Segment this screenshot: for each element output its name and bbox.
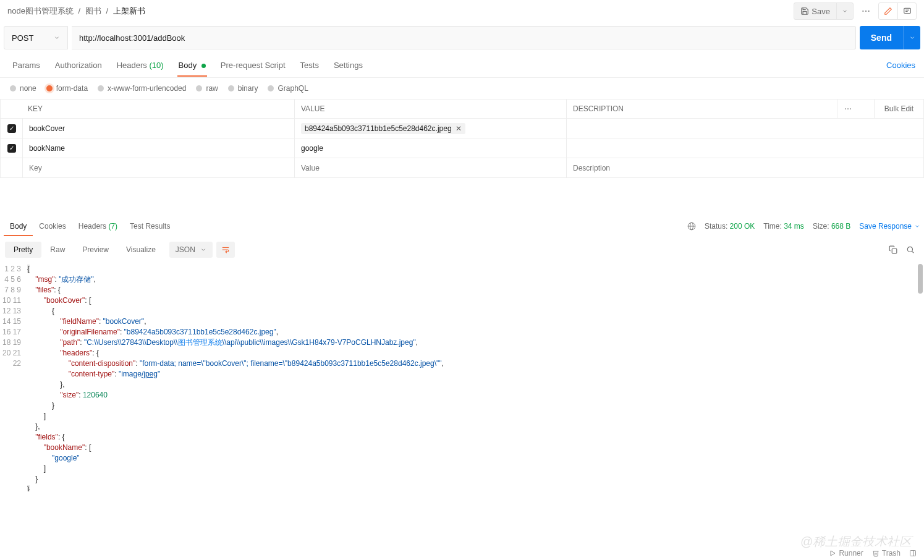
dots-icon (844, 104, 852, 113)
send-button[interactable]: Send (860, 26, 903, 49)
modified-dot-icon (201, 64, 206, 68)
body-type-formdata-label: form-data (56, 84, 88, 93)
copy-button[interactable] (884, 241, 902, 258)
row-key[interactable]: bookCover (29, 124, 65, 133)
comment-button[interactable] (897, 3, 916, 19)
row-value[interactable]: google (301, 144, 323, 153)
wrap-icon (221, 245, 230, 254)
body-type-none[interactable]: none (10, 84, 36, 93)
cookies-link[interactable]: Cookies (883, 61, 919, 70)
save-icon (800, 7, 809, 15)
body-type-binary-label: binary (238, 84, 258, 93)
more-actions-button[interactable] (857, 2, 875, 20)
search-icon (906, 245, 915, 254)
row-key[interactable]: bookName (29, 144, 65, 153)
resp-tab-cookies[interactable]: Cookies (33, 217, 72, 235)
url-input[interactable] (72, 26, 856, 49)
dots-icon (861, 6, 871, 16)
tab-headers-label: Headers (117, 61, 147, 70)
edit-button[interactable] (879, 3, 897, 19)
line-gutter: 1 2 3 4 5 6 7 8 9 10 11 12 13 14 15 16 1… (0, 263, 27, 491)
description-input[interactable] (573, 164, 917, 172)
chevron-down-icon (54, 35, 60, 41)
breadcrumb-current: 上架新书 (113, 6, 145, 15)
svg-point-1 (865, 11, 867, 12)
body-type-none-label: none (20, 84, 36, 93)
file-name: b89424a5b093c3711bb1e5c5e28d462c.jpeg (305, 124, 452, 133)
status-meta[interactable]: Status: 200 OK (705, 222, 755, 231)
bulk-edit-link[interactable]: Bulk Edit (875, 100, 924, 119)
col-actions[interactable] (837, 100, 875, 119)
svg-point-6 (845, 108, 846, 109)
table-row-empty (1, 158, 924, 178)
chevron-down-icon (200, 247, 206, 253)
svg-point-0 (862, 11, 863, 12)
tab-authorization[interactable]: Authorization (48, 54, 109, 76)
save-response-button[interactable]: Save Response (859, 222, 920, 231)
resp-tab-headers-label: Headers (78, 222, 106, 231)
row-checkbox[interactable]: ✓ (7, 124, 16, 133)
time-meta[interactable]: Time: 34 ms (763, 222, 804, 231)
table-row: ✓ bookName google (1, 138, 924, 158)
view-visualize[interactable]: Visualize (117, 242, 164, 258)
tab-body[interactable]: Body (171, 54, 213, 76)
tab-params[interactable]: Params (5, 54, 48, 76)
tab-headers[interactable]: Headers (10) (109, 54, 171, 76)
resp-tab-headers-count: (7) (108, 222, 117, 231)
svg-rect-13 (892, 248, 897, 253)
body-type-graphql[interactable]: GraphQL (268, 84, 308, 93)
chevron-down-icon (909, 35, 915, 41)
breadcrumb-mid[interactable]: 图书 (85, 6, 101, 15)
file-chip: b89424a5b093c3711bb1e5c5e28d462c.jpeg✕ (301, 123, 465, 134)
scrollbar[interactable] (918, 264, 923, 294)
pencil-icon (884, 7, 892, 15)
copy-icon (889, 245, 897, 254)
body-type-urlencoded-label: x-www-form-urlencoded (108, 84, 186, 93)
tab-headers-count: (10) (149, 61, 163, 70)
tab-tests[interactable]: Tests (293, 54, 326, 76)
save-button[interactable]: Save (794, 3, 837, 19)
body-type-formdata[interactable]: form-data (46, 84, 88, 93)
view-pretty[interactable]: Pretty (5, 242, 41, 258)
col-description: DESCRIPTION (567, 100, 837, 119)
svg-line-15 (912, 251, 913, 253)
body-type-raw[interactable]: raw (196, 84, 218, 93)
key-input[interactable] (29, 164, 288, 172)
col-key: KEY (1, 100, 295, 119)
comment-icon (903, 7, 912, 15)
body-type-urlencoded[interactable]: x-www-form-urlencoded (98, 84, 186, 93)
lang-select[interactable]: JSON (169, 242, 213, 258)
lang-value: JSON (176, 245, 195, 254)
http-method-value: POST (12, 33, 33, 43)
resp-tab-headers[interactable]: Headers (7) (72, 217, 124, 235)
response-body[interactable]: 1 2 3 4 5 6 7 8 9 10 11 12 13 14 15 16 1… (0, 263, 924, 491)
svg-rect-3 (904, 8, 910, 13)
send-caret[interactable] (903, 26, 920, 49)
svg-point-2 (868, 11, 870, 12)
save-button-group: Save (794, 2, 854, 20)
table-row: ✓ bookCover b89424a5b093c3711bb1e5c5e28d… (1, 119, 924, 138)
tab-prerequest[interactable]: Pre-request Script (213, 54, 293, 76)
svg-point-8 (850, 108, 851, 109)
network-icon[interactable] (687, 222, 696, 231)
resp-tab-testresults[interactable]: Test Results (124, 217, 176, 235)
tab-settings[interactable]: Settings (326, 54, 370, 76)
wrap-button[interactable] (216, 242, 235, 258)
resp-tab-body[interactable]: Body (4, 217, 33, 235)
http-method-select[interactable]: POST (4, 26, 68, 49)
body-type-binary[interactable]: binary (228, 84, 258, 93)
value-input[interactable] (301, 164, 560, 172)
save-caret[interactable] (837, 8, 853, 14)
breadcrumb-root[interactable]: node图书管理系统 (7, 6, 74, 15)
breadcrumb: node图书管理系统 / 图书 / 上架新书 (7, 6, 794, 17)
view-preview[interactable]: Preview (74, 242, 117, 258)
size-meta[interactable]: Size: 668 B (813, 222, 850, 231)
tab-body-label: Body (179, 61, 197, 70)
svg-point-14 (907, 247, 912, 252)
remove-file-button[interactable]: ✕ (456, 124, 462, 133)
row-checkbox[interactable]: ✓ (7, 144, 16, 153)
body-type-graphql-label: GraphQL (278, 84, 308, 93)
search-button[interactable] (902, 241, 919, 258)
view-raw[interactable]: Raw (41, 242, 74, 258)
col-value: VALUE (295, 100, 567, 119)
